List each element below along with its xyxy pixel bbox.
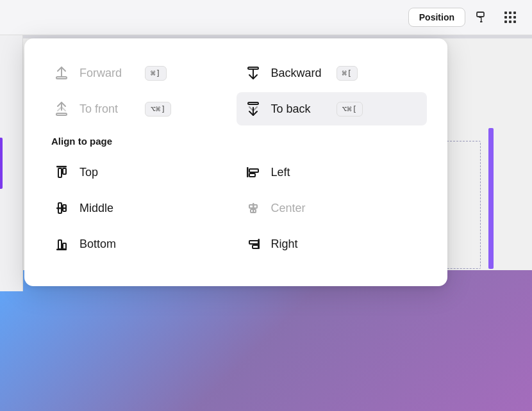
backward-label: Backward xyxy=(271,67,329,80)
top-bar: Position xyxy=(0,0,532,35)
svg-rect-12 xyxy=(513,20,516,23)
align-row-1: Top Left xyxy=(45,156,427,189)
svg-rect-7 xyxy=(504,16,507,19)
align-center-item[interactable]: Center xyxy=(237,191,428,225)
svg-rect-22 xyxy=(249,173,255,177)
align-center-label: Center xyxy=(271,202,329,215)
svg-rect-16 xyxy=(248,102,258,104)
svg-rect-30 xyxy=(58,240,62,249)
align-right-label: Right xyxy=(271,238,329,251)
svg-rect-18 xyxy=(58,168,62,177)
align-top-icon xyxy=(51,162,72,182)
align-bottom-item[interactable]: Bottom xyxy=(45,227,236,261)
layer-order-row-1: Forward ⌘] Backward ⌘[ xyxy=(45,56,427,90)
align-top-item[interactable]: Top xyxy=(45,156,236,189)
forward-icon xyxy=(51,63,72,83)
to-front-label: To front xyxy=(79,102,137,116)
align-right-icon xyxy=(243,234,263,254)
grid-dots-button[interactable] xyxy=(499,6,522,29)
backward-kbd: ⌘[ xyxy=(337,66,358,81)
svg-rect-14 xyxy=(248,67,258,69)
svg-rect-8 xyxy=(509,16,511,19)
align-row-3: Bottom Right xyxy=(45,227,427,261)
align-left-icon xyxy=(243,162,263,182)
align-middle-item[interactable]: Middle xyxy=(45,191,236,225)
svg-rect-2 xyxy=(481,18,482,21)
canvas-colored-area xyxy=(0,270,532,411)
align-center-icon xyxy=(243,198,263,218)
position-button[interactable]: Position xyxy=(408,8,465,27)
to-back-label: To back xyxy=(271,102,329,116)
svg-rect-13 xyxy=(56,77,67,79)
svg-rect-11 xyxy=(509,20,511,23)
svg-rect-10 xyxy=(504,20,507,23)
svg-rect-33 xyxy=(249,241,258,244)
to-front-icon xyxy=(51,99,72,119)
svg-rect-19 xyxy=(63,168,66,174)
to-back-item[interactable]: To back ⌥⌘[ xyxy=(237,92,428,125)
backward-item[interactable]: Backward ⌘[ xyxy=(237,56,428,90)
forward-item[interactable]: Forward ⌘] xyxy=(45,56,236,90)
align-top-label: Top xyxy=(79,166,137,179)
left-panel-accent xyxy=(0,138,3,189)
align-right-item[interactable]: Right xyxy=(237,227,428,261)
svg-rect-21 xyxy=(249,169,258,172)
backward-icon xyxy=(243,63,263,83)
to-back-icon xyxy=(243,99,263,119)
svg-rect-0 xyxy=(477,12,484,17)
layer-order-row-2: To front ⌥⌘] To back ⌥⌘[ xyxy=(45,92,427,125)
svg-rect-1 xyxy=(479,17,482,18)
align-bottom-label: Bottom xyxy=(79,238,137,251)
left-panel xyxy=(0,35,23,291)
svg-rect-31 xyxy=(63,243,66,249)
position-dropdown: Forward ⌘] Backward ⌘[ xyxy=(24,38,447,286)
svg-rect-9 xyxy=(513,16,516,19)
svg-rect-3 xyxy=(480,21,483,22)
align-bottom-icon xyxy=(51,234,72,254)
svg-rect-20 xyxy=(247,167,249,177)
svg-rect-15 xyxy=(56,113,67,115)
svg-rect-5 xyxy=(509,12,511,14)
svg-rect-34 xyxy=(253,245,258,248)
align-middle-icon xyxy=(51,198,72,218)
canvas-purple-bar xyxy=(488,128,494,269)
align-middle-label: Middle xyxy=(79,202,137,215)
to-front-item[interactable]: To front ⌥⌘] xyxy=(45,92,236,125)
forward-kbd: ⌘] xyxy=(145,66,167,81)
to-back-kbd: ⌥⌘[ xyxy=(337,102,363,117)
align-left-label: Left xyxy=(271,166,329,179)
align-left-item[interactable]: Left xyxy=(237,156,428,189)
to-front-kbd: ⌥⌘] xyxy=(145,102,171,117)
paint-roller-button[interactable] xyxy=(470,6,494,29)
svg-rect-6 xyxy=(513,12,516,14)
svg-rect-4 xyxy=(504,12,507,14)
svg-rect-17 xyxy=(56,166,67,168)
forward-label: Forward xyxy=(79,67,137,80)
align-row-2: Middle Center xyxy=(45,191,427,225)
align-section-title: Align to page xyxy=(51,136,420,147)
